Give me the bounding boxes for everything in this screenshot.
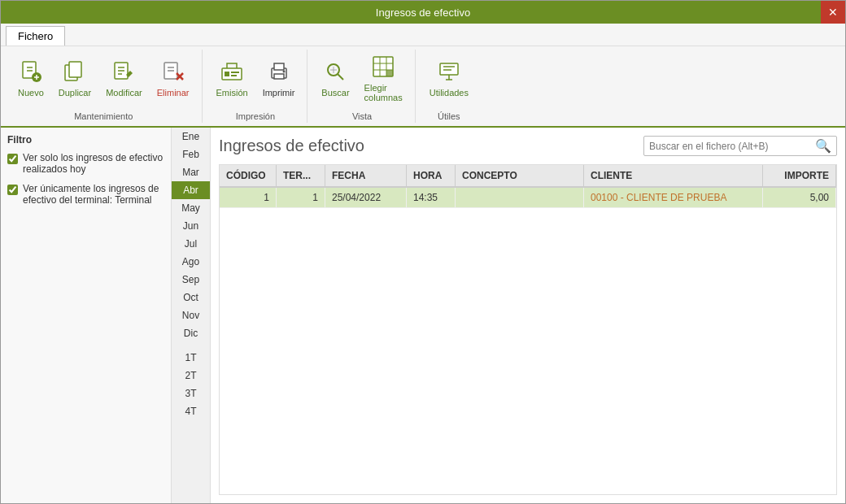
- quarter-4t[interactable]: 4T: [172, 402, 210, 420]
- toolbar-btn-nuevo[interactable]: Nuevo: [12, 56, 50, 102]
- cell-fecha: 25/04/2022: [325, 188, 407, 207]
- col-header-fecha: FECHA: [325, 165, 407, 186]
- emision-label: Emisión: [216, 88, 248, 98]
- toolbar-group-mantenimiento: Nuevo Duplicar: [6, 50, 203, 123]
- nuevo-icon: [20, 60, 42, 86]
- table-body: 1 1 25/04/2022 14:35 00100 - CLIENTE DE …: [220, 188, 836, 494]
- toolbar-btn-buscar[interactable]: Buscar: [316, 56, 355, 102]
- month-ene[interactable]: Ene: [172, 128, 210, 146]
- month-nav: Ene Feb Mar Abr May Jun Jul Ago Sep Oct …: [172, 128, 211, 503]
- filter1-checkbox[interactable]: [7, 154, 18, 164]
- sidebar-filter-1[interactable]: Ver solo los ingresos de efectivo realiz…: [7, 152, 164, 175]
- eliminar-label: Eliminar: [157, 88, 190, 98]
- month-jul[interactable]: Jul: [172, 235, 210, 253]
- vista-label: Vista: [352, 108, 372, 123]
- month-nov[interactable]: Nov: [172, 306, 210, 324]
- col-header-cliente: CLIENTE: [584, 165, 763, 186]
- filter1-label: Ver solo los ingresos de efectivo realiz…: [23, 152, 164, 175]
- svg-rect-7: [69, 62, 81, 77]
- toolbar-btn-eliminar[interactable]: Eliminar: [151, 56, 195, 102]
- month-jun[interactable]: Jun: [172, 217, 210, 235]
- svg-line-26: [338, 74, 343, 80]
- search-box[interactable]: 🔍: [643, 136, 837, 156]
- menu-tab-fichero[interactable]: Fichero: [6, 26, 65, 46]
- menu-bar: Fichero: [1, 24, 845, 46]
- toolbar-btn-duplicar[interactable]: Duplicar: [53, 56, 97, 102]
- month-ago[interactable]: Ago: [172, 253, 210, 271]
- toolbar-btn-emision[interactable]: Emisión: [211, 56, 254, 102]
- nuevo-label: Nuevo: [18, 88, 44, 98]
- main-panel: Ene Feb Mar Abr May Jun Jul Ago Sep Oct …: [172, 128, 845, 503]
- col-header-codigo: CÓDIGO: [220, 165, 277, 186]
- window-title: Ingresos de efectivo: [376, 7, 470, 19]
- quarter-2t[interactable]: 2T: [172, 367, 210, 385]
- col-header-hora: HORA: [407, 165, 456, 186]
- search-input[interactable]: [649, 141, 812, 152]
- modificar-label: Modificar: [106, 88, 142, 98]
- toolbar-impresion-items: Emisión Imprimir: [211, 50, 301, 108]
- close-icon: ✕: [828, 6, 838, 19]
- data-table: CÓDIGO TER... FECHA HORA CONCEPTO CLIENT…: [219, 164, 837, 495]
- search-icon: 🔍: [815, 138, 831, 154]
- svg-rect-22: [274, 63, 284, 70]
- toolbar: Nuevo Duplicar: [1, 46, 845, 128]
- col-header-importe: IMPORTE: [763, 165, 836, 186]
- filter2-label: Ver únicamente los ingresos de efectivo …: [23, 183, 164, 206]
- data-title: Ingresos de efectivo: [219, 137, 364, 155]
- cell-ter: 1: [277, 188, 325, 207]
- duplicar-label: Duplicar: [59, 88, 91, 98]
- elegir-label: Elegircolumnas: [364, 83, 403, 102]
- month-mar[interactable]: Mar: [172, 163, 210, 181]
- toolbar-btn-utilidades[interactable]: Utilidades: [424, 56, 474, 102]
- toolbar-btn-elegir[interactable]: Elegircolumnas: [359, 51, 408, 106]
- month-may[interactable]: May: [172, 199, 210, 217]
- sidebar: Filtro Ver solo los ingresos de efectivo…: [1, 128, 172, 503]
- svg-rect-35: [440, 63, 458, 75]
- toolbar-vista-items: Buscar Elegircolumnas: [316, 50, 408, 108]
- mantenimiento-label: Mantenimiento: [74, 108, 133, 123]
- utilidades-label: Utilidades: [430, 88, 469, 98]
- month-feb[interactable]: Feb: [172, 146, 210, 163]
- imprimir-label: Imprimir: [263, 88, 295, 98]
- table-header: CÓDIGO TER... FECHA HORA CONCEPTO CLIENT…: [220, 165, 836, 188]
- utiles-label: Útiles: [438, 108, 460, 123]
- month-dic[interactable]: Dic: [172, 324, 210, 342]
- col-header-ter: TER...: [277, 165, 325, 186]
- svg-point-24: [282, 71, 285, 73]
- eliminar-icon: [162, 60, 185, 86]
- sidebar-filter-2[interactable]: Ver únicamente los ingresos de efectivo …: [7, 183, 164, 206]
- toolbar-group-utiles: Utilidades Útiles: [417, 50, 481, 123]
- col-header-concepto: CONCEPTO: [456, 165, 584, 186]
- quarter-1t[interactable]: 1T: [172, 349, 210, 367]
- title-bar: Ingresos de efectivo ✕: [1, 1, 845, 24]
- cell-codigo: 1: [220, 188, 277, 207]
- svg-rect-19: [231, 72, 239, 73]
- quarter-3t[interactable]: 3T: [172, 385, 210, 402]
- imprimir-icon: [268, 60, 290, 86]
- sidebar-title: Filtro: [7, 134, 164, 146]
- cell-cliente: 00100 - CLIENTE DE PRUEBA: [584, 188, 763, 207]
- main-window: Ingresos de efectivo ✕ Fichero: [0, 0, 846, 504]
- close-button[interactable]: ✕: [821, 1, 845, 24]
- svg-rect-34: [386, 70, 393, 76]
- buscar-label: Buscar: [321, 88, 349, 98]
- table-row[interactable]: 1 1 25/04/2022 14:35 00100 - CLIENTE DE …: [220, 188, 836, 208]
- month-sep[interactable]: Sep: [172, 271, 210, 289]
- toolbar-btn-modificar[interactable]: Modificar: [100, 56, 148, 102]
- toolbar-utiles-items: Utilidades: [424, 50, 474, 108]
- cell-hora: 14:35: [407, 188, 456, 207]
- elegir-icon: [372, 55, 395, 81]
- emision-icon: [220, 60, 243, 86]
- svg-rect-18: [225, 72, 229, 76]
- filter2-checkbox[interactable]: [7, 185, 18, 195]
- month-oct[interactable]: Oct: [172, 289, 210, 306]
- cell-importe: 5,00: [763, 188, 836, 207]
- toolbar-mantenimiento-items: Nuevo Duplicar: [12, 50, 195, 108]
- cell-concepto: [456, 188, 584, 207]
- data-panel: Ingresos de efectivo 🔍 CÓDIGO TER... FEC…: [211, 128, 845, 503]
- month-abr[interactable]: Abr: [172, 181, 210, 199]
- data-header: Ingresos de efectivo 🔍: [219, 136, 837, 156]
- modificar-icon: [112, 60, 135, 86]
- toolbar-btn-imprimir[interactable]: Imprimir: [257, 56, 301, 102]
- impresion-label: Impresión: [236, 108, 275, 123]
